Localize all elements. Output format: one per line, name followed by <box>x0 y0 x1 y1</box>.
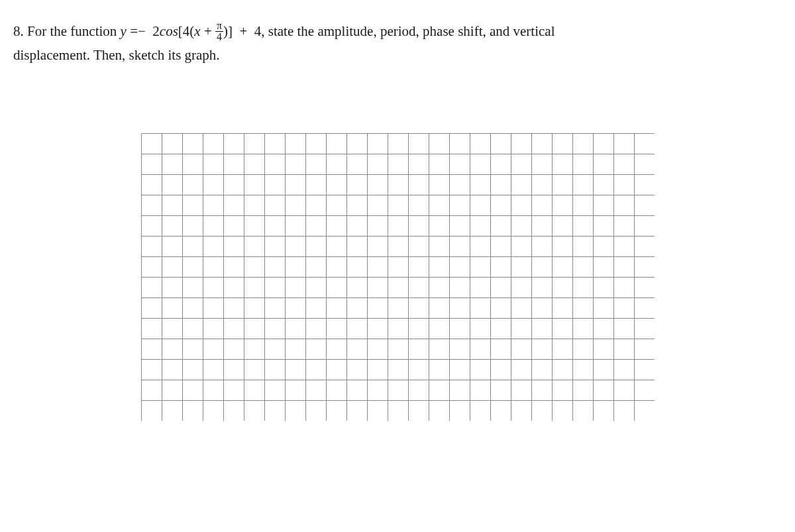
math-y: y <box>121 23 127 39</box>
question-prefix: For the function <box>27 23 117 39</box>
question-text: 8. For the function y =− 2cos[4(x + π4)]… <box>13 20 782 67</box>
math-plus: + <box>204 23 212 39</box>
question-suffix1: state the amplitude, period, phase shift… <box>268 23 555 39</box>
fraction-denominator: 4 <box>215 32 223 42</box>
fraction-numerator: π <box>215 21 223 32</box>
math-fraction: π4 <box>215 21 223 42</box>
math-const: 4, <box>254 23 265 39</box>
question-suffix2: displacement. Then, sketch its graph. <box>13 47 220 63</box>
math-bracket-open: [4( <box>178 23 195 39</box>
grid-container <box>13 133 782 421</box>
graph-grid <box>141 133 655 421</box>
grid-svg <box>141 133 655 421</box>
math-func: cos <box>160 23 178 39</box>
math-equals: =− <box>130 23 146 39</box>
math-coef: 2 <box>152 23 160 39</box>
math-x: x <box>194 23 200 39</box>
question-number: 8. <box>13 23 24 39</box>
math-bracket-close: )] <box>223 23 233 39</box>
math-plus2: + <box>239 23 247 39</box>
